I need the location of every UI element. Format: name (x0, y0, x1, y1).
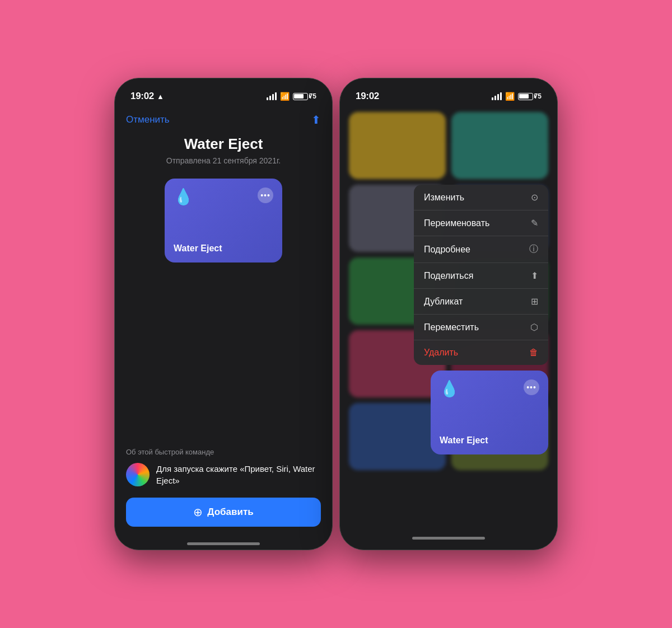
context-item-edit-label: Изменить (424, 193, 464, 203)
focused-card-name: Water Eject (440, 435, 539, 446)
home-indicator-1 (187, 542, 260, 545)
context-item-delete-label: Удалить (424, 348, 458, 358)
phone2-content: Изменить ⊙ Переименовать ✎ Подробнее ⓘ П… (340, 106, 557, 550)
location-arrow-icon: ▲ (157, 92, 164, 101)
context-item-details[interactable]: Подробнее ⓘ (414, 236, 548, 263)
wifi-icon-2: 📶 (505, 92, 515, 101)
drop-icon-2: 💧 (440, 379, 459, 398)
signal-icon-2 (492, 92, 502, 100)
dots-button-1[interactable]: ••• (258, 188, 273, 203)
context-item-details-label: Подробнее (424, 245, 470, 255)
context-item-share[interactable]: Поделиться ⬆ (414, 263, 548, 288)
battery-text-1: 75 (309, 92, 316, 100)
phone1-content: Отменить ⬆ Water Eject Отправлена 21 сен… (115, 106, 332, 550)
battery-2: 75 (518, 92, 542, 100)
context-item-rename-label: Переименовать (424, 218, 489, 228)
shortcut-date: Отправлена 21 сентября 2021г. (115, 156, 332, 165)
context-item-edit[interactable]: Изменить ⊙ (414, 185, 548, 210)
add-plus-icon: ⊕ (193, 505, 203, 519)
phones-container: 19:02 ▲ 📶 75 (103, 67, 569, 561)
siri-orb (126, 463, 150, 486)
card-name-1: Water Eject (174, 243, 273, 254)
wifi-icon-1: 📶 (280, 92, 290, 101)
about-title: Об этой быстрой команде (126, 448, 321, 456)
phone2: 19:02 📶 75 (339, 78, 558, 550)
home-indicator-2 (412, 537, 485, 540)
add-button[interactable]: ⊕ Добавить (126, 498, 321, 527)
context-menu: Изменить ⊙ Переименовать ✎ Подробнее ⓘ П… (414, 185, 548, 365)
context-item-move[interactable]: Переместить ⬡ (414, 314, 548, 340)
card-top: 💧 ••• (174, 188, 273, 206)
context-item-duplicate[interactable]: Дубликат ⊞ (414, 288, 548, 314)
duplicate-icon: ⊞ (531, 296, 538, 307)
add-button-label: Добавить (207, 507, 253, 518)
context-item-rename[interactable]: Переименовать ✎ (414, 210, 548, 236)
edit-icon: ⊙ (531, 192, 538, 203)
delete-icon: 🗑 (529, 348, 538, 358)
dots-button-2[interactable]: ••• (524, 379, 539, 395)
status-icons-2: 📶 75 (492, 92, 542, 101)
focused-card-top: 💧 ••• (440, 379, 539, 398)
shortcut-card-wrapper: 💧 ••• Water Eject (115, 179, 332, 263)
drop-icon-1: 💧 (174, 188, 193, 206)
overlay-content: Изменить ⊙ Переименовать ✎ Подробнее ⓘ П… (405, 106, 557, 460)
phone1: 19:02 ▲ 📶 75 (114, 78, 333, 550)
time-2: 19:02 (356, 91, 379, 102)
cancel-button[interactable]: Отменить (126, 114, 170, 125)
status-bar-2: 19:02 📶 75 (340, 78, 557, 106)
main-area (115, 263, 332, 437)
focused-card[interactable]: 💧 ••• Water Eject (431, 371, 548, 454)
context-item-share-label: Поделиться (424, 271, 473, 281)
signal-icon-1 (267, 92, 277, 100)
move-icon: ⬡ (530, 322, 538, 332)
nav-bar-1: Отменить ⬆ (115, 106, 332, 133)
battery-icon-1 (293, 93, 308, 100)
context-item-delete[interactable]: Удалить 🗑 (414, 340, 548, 365)
share-icon: ⬆ (531, 270, 538, 281)
context-item-move-label: Переместить (424, 322, 479, 332)
rename-icon: ✎ (531, 218, 538, 228)
time-1: 19:02 (130, 91, 154, 102)
battery-text-2: 75 (534, 92, 542, 100)
share-button[interactable]: ⬆ (311, 113, 321, 126)
siri-text: Для запуска скажите «Привет, Siri, Water… (156, 463, 321, 486)
battery-icon-2 (518, 93, 533, 100)
about-section: Об этой быстрой команде Для запуска скаж… (115, 437, 332, 486)
shortcut-title: Water Eject (115, 135, 332, 153)
context-item-duplicate-label: Дубликат (424, 297, 463, 307)
details-icon: ⓘ (529, 243, 538, 255)
shortcut-card[interactable]: 💧 ••• Water Eject (165, 179, 282, 263)
siri-row: Для запуска скажите «Привет, Siri, Water… (126, 463, 321, 486)
battery-1: 75 (293, 92, 316, 100)
status-icons-1: 📶 75 (267, 92, 316, 101)
status-bar-1: 19:02 ▲ 📶 75 (115, 78, 332, 106)
